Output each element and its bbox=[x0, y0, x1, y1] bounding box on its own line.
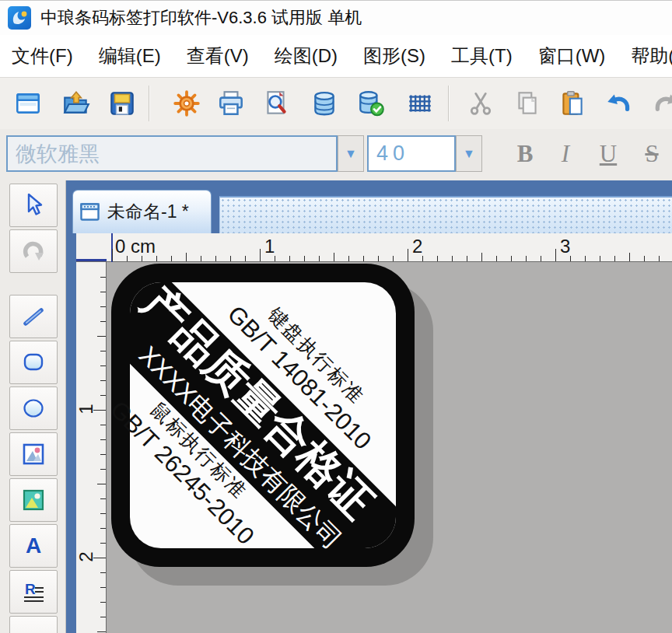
paste-button[interactable] bbox=[555, 83, 590, 124]
ruler-tick bbox=[334, 253, 334, 261]
font-name-input[interactable] bbox=[6, 135, 338, 172]
menu-view[interactable]: 查看(V) bbox=[187, 44, 249, 68]
ruler-tick bbox=[408, 249, 408, 261]
rich-text-icon: R bbox=[19, 578, 47, 606]
menu-file[interactable]: 文件(F) bbox=[12, 44, 73, 68]
ruler-origin-marker-h bbox=[76, 259, 107, 261]
ruler-tick bbox=[393, 256, 394, 261]
font-size-dropdown[interactable]: ▼ bbox=[456, 135, 482, 172]
ruler-tick bbox=[100, 277, 106, 278]
chevron-down-icon: ▼ bbox=[463, 147, 475, 161]
ruler-tick bbox=[100, 439, 106, 440]
ruler-tick bbox=[452, 256, 453, 261]
ruler-number: 2 bbox=[412, 236, 422, 257]
ruler-tick bbox=[496, 256, 497, 261]
document-tab[interactable]: 未命名-1 * bbox=[72, 190, 212, 233]
underline-button[interactable]: U bbox=[590, 136, 626, 172]
italic-button[interactable]: I bbox=[548, 136, 583, 172]
copy-button[interactable] bbox=[509, 83, 545, 124]
strikethrough-button[interactable]: S bbox=[634, 136, 670, 172]
image-tool-button[interactable] bbox=[9, 432, 58, 476]
rounded-rect-tool-button[interactable] bbox=[9, 341, 58, 384]
ruler-tick bbox=[100, 321, 106, 322]
rotate-tool-button[interactable] bbox=[9, 229, 58, 273]
ruler-tick bbox=[100, 380, 106, 381]
ruler-tick bbox=[201, 256, 201, 261]
extra-tool-button[interactable] bbox=[9, 616, 58, 633]
line-icon bbox=[19, 303, 47, 330]
ruler-tick bbox=[100, 395, 106, 396]
ruler-tick bbox=[541, 256, 541, 261]
open-folder-icon bbox=[61, 89, 91, 118]
ruler-tick bbox=[245, 256, 246, 261]
print-preview-icon bbox=[261, 89, 291, 118]
cut-button[interactable] bbox=[463, 83, 499, 124]
grid-button[interactable] bbox=[402, 83, 438, 124]
menu-help[interactable]: 帮助(H) bbox=[631, 44, 672, 68]
printer-icon bbox=[216, 89, 246, 118]
document-tab-icon bbox=[80, 203, 100, 221]
ruler-tick bbox=[100, 617, 106, 617]
ruler-tick bbox=[437, 256, 438, 261]
toolbox-panel: A R bbox=[0, 180, 66, 633]
ruler-tick bbox=[100, 587, 106, 588]
menu-edit[interactable]: 编辑(E) bbox=[99, 44, 161, 68]
ruler-tick bbox=[100, 572, 106, 573]
save-button[interactable] bbox=[104, 83, 140, 124]
ruler-tick bbox=[629, 253, 630, 261]
ruler-number: 0 cm bbox=[115, 236, 156, 257]
line-tool-button[interactable] bbox=[9, 295, 58, 338]
ruler-tick bbox=[614, 256, 615, 261]
new-document-button[interactable] bbox=[10, 83, 46, 124]
text-icon: A bbox=[19, 532, 47, 560]
ruler-tick bbox=[97, 631, 106, 632]
menu-window[interactable]: 窗口(W) bbox=[538, 44, 606, 68]
document-workspace: 未命名-1 * 0 cm123 12 bbox=[66, 180, 672, 633]
ruler-tick bbox=[100, 365, 106, 366]
cursor-arrow-icon bbox=[19, 191, 47, 219]
picture-tool-button[interactable] bbox=[9, 478, 58, 522]
text-tool-button[interactable]: A bbox=[9, 524, 58, 568]
svg-text:R: R bbox=[25, 581, 36, 597]
new-document-icon bbox=[13, 89, 43, 118]
database-check-button[interactable] bbox=[353, 83, 389, 124]
undo-button[interactable] bbox=[600, 83, 636, 124]
ruler-tick bbox=[100, 306, 106, 307]
ruler-tick bbox=[100, 528, 106, 529]
database-button[interactable] bbox=[306, 83, 342, 124]
database-icon bbox=[310, 89, 339, 118]
menu-draw[interactable]: 绘图(D) bbox=[275, 44, 338, 68]
paste-icon bbox=[558, 89, 587, 118]
ellipse-tool-button[interactable] bbox=[9, 386, 58, 430]
design-canvas[interactable]: 键盘执行标准 GB/T 14081-2010 产品质量合格证 XXXX电子科技有… bbox=[107, 262, 672, 633]
undo-icon bbox=[604, 89, 633, 118]
label-artwork[interactable]: 键盘执行标准 GB/T 14081-2010 产品质量合格证 XXXX电子科技有… bbox=[107, 262, 672, 633]
ellipse-icon bbox=[19, 394, 47, 422]
menu-tools[interactable]: 工具(T) bbox=[451, 44, 513, 68]
font-toolbar: ▼ ▼ B I U S bbox=[0, 129, 672, 181]
ruler-tick bbox=[348, 256, 349, 261]
settings-button[interactable] bbox=[169, 83, 205, 124]
print-preview-button[interactable] bbox=[258, 83, 294, 124]
font-size-input[interactable] bbox=[367, 135, 456, 172]
ruler-number: 1 bbox=[75, 400, 94, 418]
picture-icon bbox=[19, 486, 47, 514]
menu-shapes[interactable]: 图形(S) bbox=[363, 44, 425, 68]
ruler-tick bbox=[319, 256, 320, 261]
font-name-dropdown[interactable]: ▼ bbox=[338, 135, 364, 172]
ruler-tick bbox=[289, 256, 290, 261]
bold-button[interactable]: B bbox=[507, 136, 543, 172]
ruler-tick bbox=[156, 256, 157, 261]
ruler-tick bbox=[100, 602, 106, 603]
document-tab-label: 未命名-1 * bbox=[107, 200, 189, 224]
print-button[interactable] bbox=[213, 83, 249, 124]
select-tool-button[interactable] bbox=[9, 184, 58, 227]
ruler-tick bbox=[511, 256, 512, 261]
redo-button[interactable] bbox=[649, 83, 672, 124]
ruler-tick bbox=[97, 336, 106, 337]
open-file-button[interactable] bbox=[58, 83, 94, 124]
ruler-number: 1 bbox=[264, 236, 275, 257]
rich-text-tool-button[interactable]: R bbox=[9, 570, 58, 614]
ruler-tick bbox=[100, 543, 106, 544]
ruler-tick bbox=[467, 256, 467, 261]
